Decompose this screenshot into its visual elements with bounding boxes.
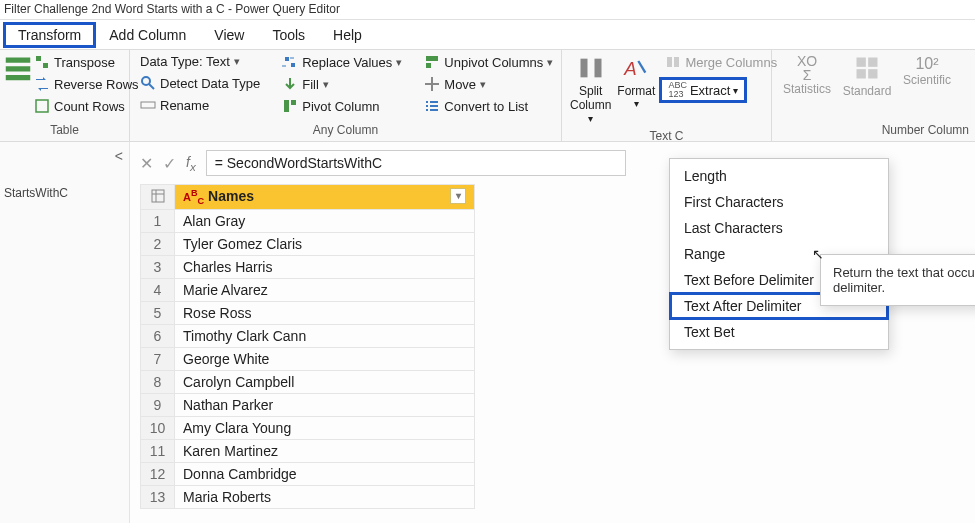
table-row[interactable]: 7George White: [141, 348, 475, 371]
svg-rect-16: [580, 59, 587, 78]
move-icon: [424, 76, 440, 92]
row-number: 9: [141, 394, 175, 417]
menu-view[interactable]: View: [200, 23, 258, 47]
fill-button[interactable]: Fill: [278, 74, 406, 94]
cell-names[interactable]: Amy Clara Young: [175, 417, 475, 440]
row-number: 13: [141, 486, 175, 509]
collapse-pane-button[interactable]: <: [115, 148, 123, 164]
table-row[interactable]: 8Carolyn Campbell: [141, 371, 475, 394]
extract-button[interactable]: ABC123Extract▾: [661, 79, 745, 101]
menu-item-first-characters[interactable]: First Characters: [670, 189, 888, 215]
unpivot-button[interactable]: Unpivot Columns: [420, 52, 557, 72]
menu-help[interactable]: Help: [319, 23, 376, 47]
detect-icon: [140, 75, 156, 91]
sigma-icon: ΧΟ Σ: [797, 54, 817, 82]
table-row[interactable]: 2Tyler Gomez Claris: [141, 233, 475, 256]
cell-names[interactable]: Carolyn Campbell: [175, 371, 475, 394]
detect-type-button[interactable]: Detect Data Type: [136, 73, 264, 93]
table-row[interactable]: 1Alan Gray: [141, 210, 475, 233]
count-rows-button[interactable]: Count Rows: [30, 96, 143, 116]
menu-item-length[interactable]: Length: [670, 163, 888, 189]
row-number: 10: [141, 417, 175, 440]
scientific-icon: 10²: [915, 54, 938, 73]
data-type-button[interactable]: Data Type: Text: [136, 52, 264, 71]
transpose-button[interactable]: Transpose: [30, 52, 143, 72]
cell-names[interactable]: Timothy Clark Cann: [175, 325, 475, 348]
menu-bar: Transform Add Column View Tools Help: [0, 20, 975, 50]
menu-transform[interactable]: Transform: [4, 23, 95, 47]
reverse-icon: [34, 76, 50, 92]
cell-names[interactable]: Marie Alvarez: [175, 279, 475, 302]
cell-names[interactable]: Nathan Parker: [175, 394, 475, 417]
table-row[interactable]: 13Maria Roberts: [141, 486, 475, 509]
reverse-rows-button[interactable]: Reverse Rows: [30, 74, 143, 94]
row-number: 4: [141, 279, 175, 302]
row-number: 6: [141, 325, 175, 348]
replace-values-button[interactable]: Replace Values: [278, 52, 406, 72]
cell-names[interactable]: Alan Gray: [175, 210, 475, 233]
count-icon: [34, 98, 50, 114]
column-header-names[interactable]: ABC Names ▾: [175, 185, 475, 210]
row-number: 3: [141, 256, 175, 279]
svg-rect-3: [36, 100, 48, 112]
svg-rect-2: [6, 75, 31, 80]
cell-names[interactable]: Donna Cambridge: [175, 463, 475, 486]
row-number: 11: [141, 440, 175, 463]
table-row[interactable]: 10Amy Clara Young: [141, 417, 475, 440]
svg-rect-14: [430, 105, 438, 107]
standard-button: Standard: [838, 52, 896, 121]
statistics-button: ΧΟ Σ Statistics: [778, 52, 836, 121]
table-row[interactable]: 5Rose Ross: [141, 302, 475, 325]
svg-rect-12: [426, 109, 428, 111]
table-row[interactable]: 4Marie Alvarez: [141, 279, 475, 302]
table-corner[interactable]: [141, 185, 175, 210]
cancel-formula-icon[interactable]: ✕: [140, 154, 153, 173]
column-filter-button[interactable]: ▾: [450, 188, 466, 204]
svg-rect-25: [152, 190, 164, 202]
table-row[interactable]: 3Charles Harris: [141, 256, 475, 279]
scientific-button: 10² Scientific: [898, 52, 956, 121]
queries-pane: < StartsWithC: [0, 142, 130, 523]
cell-names[interactable]: Maria Roberts: [175, 486, 475, 509]
cell-names[interactable]: Rose Ross: [175, 302, 475, 325]
cell-names[interactable]: George White: [175, 348, 475, 371]
svg-rect-19: [667, 57, 672, 67]
split-column-button[interactable]: Split Column▾: [568, 52, 613, 127]
table-icon: [151, 189, 165, 203]
list-icon: [424, 98, 440, 114]
table-row[interactable]: 9Nathan Parker: [141, 394, 475, 417]
menu-item-text-between-delimiters[interactable]: Text Bet: [670, 319, 888, 345]
row-number: 7: [141, 348, 175, 371]
formula-input[interactable]: = SecondWordStartsWithC: [206, 150, 626, 176]
menu-item-last-characters[interactable]: Last Characters: [670, 215, 888, 241]
group-label-table: Table: [6, 121, 123, 141]
type-indicator-icon: ABC: [183, 191, 204, 203]
cell-names[interactable]: Tyler Gomez Claris: [175, 233, 475, 256]
row-ops-button[interactable]: [6, 52, 30, 121]
convert-list-button[interactable]: Convert to List: [420, 96, 557, 116]
query-item[interactable]: StartsWithC: [0, 182, 120, 204]
svg-rect-22: [868, 58, 877, 67]
svg-point-4: [142, 77, 150, 85]
rename-button[interactable]: Rename: [136, 95, 264, 115]
menu-tools[interactable]: Tools: [258, 23, 319, 47]
svg-rect-24: [868, 69, 877, 78]
cell-names[interactable]: Charles Harris: [175, 256, 475, 279]
table-row[interactable]: 12Donna Cambridge: [141, 463, 475, 486]
move-button[interactable]: Move: [420, 74, 557, 94]
svg-rect-9: [426, 63, 431, 68]
pivot-button[interactable]: Pivot Column: [278, 96, 406, 116]
table-row[interactable]: 6Timothy Clark Cann: [141, 325, 475, 348]
merge-columns-button: Merge Columns: [661, 52, 781, 72]
rename-icon: [140, 97, 156, 113]
table-row[interactable]: 11Karen Martinez: [141, 440, 475, 463]
rows-icon: [4, 54, 32, 82]
svg-text:A: A: [624, 58, 637, 79]
cell-names[interactable]: Karen Martinez: [175, 440, 475, 463]
fx-icon[interactable]: fx: [186, 154, 196, 173]
format-button[interactable]: A Format▾: [615, 52, 657, 127]
group-label-number: Number Column: [778, 121, 969, 141]
accept-formula-icon[interactable]: ✓: [163, 154, 176, 173]
menu-add-column[interactable]: Add Column: [95, 23, 200, 47]
tooltip: Return the text that occurs after a deli…: [820, 254, 975, 306]
